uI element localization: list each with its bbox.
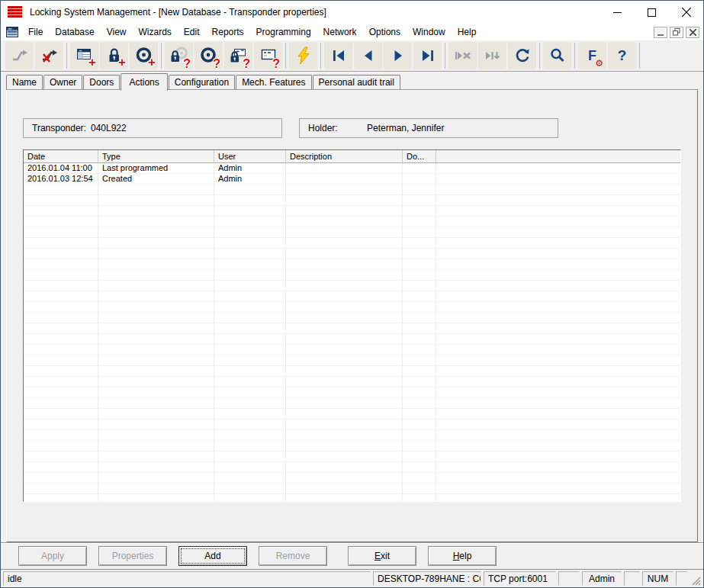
table-cell — [98, 430, 214, 441]
apply-button[interactable]: Apply — [18, 546, 87, 566]
maximize-button[interactable] — [635, 1, 669, 24]
table-cell — [286, 249, 403, 259]
search-button[interactable] — [543, 42, 571, 69]
table-row-empty — [24, 238, 680, 249]
read-card-button[interactable] — [254, 42, 282, 69]
column-header-do[interactable]: Do... — [403, 150, 436, 163]
table-cell — [286, 323, 403, 334]
read-lock-button[interactable] — [165, 42, 193, 69]
holder-value: Peterman, Jennifer — [367, 123, 444, 133]
log-on-button[interactable] — [5, 42, 34, 69]
menu-network[interactable]: Network — [317, 25, 363, 39]
table-row-empty — [24, 462, 680, 473]
properties-button[interactable]: Properties — [98, 546, 167, 566]
filter-settings-button[interactable]: F ⚙ — [578, 42, 606, 69]
resize-grip-icon — [691, 576, 701, 586]
table-cell-filler — [436, 217, 680, 227]
commit-record-button[interactable] — [478, 42, 506, 69]
column-header-type[interactable]: Type — [98, 150, 214, 163]
close-button[interactable] — [669, 1, 703, 24]
menu-file[interactable]: File — [22, 25, 49, 39]
tab-mech-features[interactable]: Mech. Features — [236, 75, 311, 90]
tab-actions[interactable]: Actions — [121, 73, 167, 91]
table-row-empty — [24, 217, 680, 227]
table-row[interactable]: 2016.01.03 12:54CreatedAdmin — [24, 174, 680, 185]
menu-window[interactable]: Window — [407, 25, 452, 39]
table-cell — [403, 430, 436, 441]
previous-record-button[interactable] — [354, 42, 382, 69]
table-cell — [98, 494, 214, 502]
table-cell — [286, 334, 403, 345]
table-row-empty — [24, 291, 680, 302]
column-header-filler — [436, 150, 680, 163]
tab-personal-audit-trail[interactable]: Personal audit trail — [313, 75, 400, 90]
tab-doors[interactable]: Doors — [83, 75, 120, 90]
close-icon — [682, 8, 691, 17]
table-cell-filler — [436, 430, 680, 441]
exit-button[interactable]: Exit — [348, 546, 416, 566]
add-button[interactable]: Add — [178, 546, 247, 566]
minimize-button[interactable] — [600, 1, 635, 24]
table-cell — [286, 377, 403, 387]
menu-database[interactable]: Database — [49, 25, 100, 39]
tab-name[interactable]: Name — [6, 75, 43, 90]
table-row-empty — [24, 302, 680, 313]
mdi-close-button[interactable] — [686, 27, 699, 38]
mdi-minimize-button[interactable] — [654, 27, 667, 38]
mdi-restore-button[interactable] — [670, 27, 683, 38]
table-cell-filler — [436, 174, 680, 185]
menu-programming[interactable]: Programming — [250, 25, 317, 39]
table-row-empty — [24, 345, 680, 355]
table-cell — [286, 238, 403, 249]
table-cell-filler — [436, 398, 680, 409]
status-cell-empty — [558, 571, 580, 586]
new-transponder-button[interactable] — [130, 42, 158, 69]
menu-reports[interactable]: Reports — [206, 25, 250, 39]
table-cell — [214, 334, 286, 345]
program-button[interactable] — [289, 42, 317, 69]
remove-button[interactable]: Remove — [259, 546, 327, 566]
new-locking-system-button[interactable] — [70, 42, 98, 69]
resize-grip[interactable] — [690, 571, 701, 586]
table-cell — [24, 462, 98, 473]
toolbar-help-button[interactable]: ? — [608, 42, 636, 69]
title-bar: Locking System Management - [New Databas… — [1, 1, 703, 24]
table-cell — [24, 409, 98, 419]
table-row-empty — [24, 377, 680, 387]
tab-configuration[interactable]: Configuration — [169, 75, 235, 90]
first-record-button[interactable] — [324, 42, 352, 69]
question-overlay-icon — [183, 58, 191, 70]
read-transponder-button[interactable] — [194, 42, 223, 69]
table-row[interactable]: 2016.01.04 11:00Last programmedAdmin — [24, 163, 680, 174]
status-com-port: DESKTOP-789HANE : COM(*) — [373, 571, 481, 586]
new-lock-button[interactable] — [100, 42, 128, 69]
transponder-field: Transponder: 040L922 — [23, 118, 282, 138]
tab-owner[interactable]: Owner — [43, 75, 82, 90]
read-mifare-lock-button[interactable] — [224, 42, 252, 69]
refresh-button[interactable] — [508, 42, 536, 69]
log-off-button[interactable] — [35, 42, 63, 69]
question-overlay-icon — [272, 58, 280, 70]
menu-options[interactable]: Options — [363, 25, 407, 39]
cancel-record-button[interactable] — [448, 42, 477, 69]
column-header-description[interactable]: Description — [286, 150, 403, 163]
table-row-empty — [24, 313, 680, 323]
column-header-user[interactable]: User — [214, 150, 286, 163]
last-record-button[interactable] — [413, 42, 442, 69]
table-cell-filler — [436, 185, 680, 195]
table-cell — [286, 484, 403, 494]
table-cell — [214, 451, 286, 462]
table-cell — [214, 473, 286, 484]
help-button[interactable]: Help — [428, 546, 497, 566]
table-cell — [98, 249, 214, 259]
toolbar-separator — [66, 43, 67, 69]
table-cell — [403, 313, 436, 323]
menu-help[interactable]: Help — [452, 25, 483, 39]
menu-wizards[interactable]: Wizards — [133, 25, 178, 39]
table-cell — [98, 259, 214, 270]
column-header-date[interactable]: Date — [24, 150, 98, 163]
menu-edit[interactable]: Edit — [178, 25, 206, 39]
menu-view[interactable]: View — [101, 25, 133, 39]
table-cell — [98, 281, 214, 291]
next-record-button[interactable] — [384, 42, 412, 69]
